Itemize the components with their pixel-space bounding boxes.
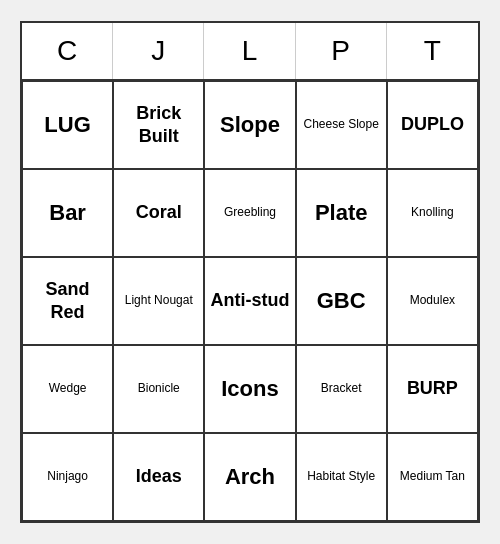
bingo-cell-text-7: Greebling	[224, 205, 276, 221]
bingo-cell-text-5: Bar	[49, 199, 86, 228]
bingo-cell-text-21: Ideas	[136, 465, 182, 488]
bingo-cell-text-14: Modulex	[410, 293, 455, 309]
bingo-card: CJLPT LUGBrick BuiltSlopeCheese SlopeDUP…	[20, 21, 480, 523]
bingo-cell-20: Ninjago	[22, 433, 113, 521]
bingo-cell-23: Habitat Style	[296, 433, 387, 521]
bingo-cell-10: Sand Red	[22, 257, 113, 345]
bingo-cell-21: Ideas	[113, 433, 204, 521]
bingo-cell-18: Bracket	[296, 345, 387, 433]
bingo-cell-13: GBC	[296, 257, 387, 345]
bingo-cell-1: Brick Built	[113, 81, 204, 169]
bingo-cell-text-10: Sand Red	[27, 278, 108, 325]
bingo-cell-3: Cheese Slope	[296, 81, 387, 169]
bingo-cell-text-11: Light Nougat	[125, 293, 193, 309]
bingo-grid: LUGBrick BuiltSlopeCheese SlopeDUPLOBarC…	[22, 81, 478, 521]
bingo-cell-text-22: Arch	[225, 463, 275, 492]
bingo-cell-2: Slope	[204, 81, 295, 169]
bingo-cell-22: Arch	[204, 433, 295, 521]
bingo-cell-15: Wedge	[22, 345, 113, 433]
bingo-cell-text-0: LUG	[44, 111, 90, 140]
bingo-cell-17: Icons	[204, 345, 295, 433]
bingo-cell-0: LUG	[22, 81, 113, 169]
bingo-cell-11: Light Nougat	[113, 257, 204, 345]
bingo-cell-text-18: Bracket	[321, 381, 362, 397]
bingo-cell-5: Bar	[22, 169, 113, 257]
bingo-cell-12: Anti-stud	[204, 257, 295, 345]
bingo-cell-text-16: Bionicle	[138, 381, 180, 397]
bingo-cell-text-4: DUPLO	[401, 113, 464, 136]
bingo-cell-16: Bionicle	[113, 345, 204, 433]
bingo-cell-6: Coral	[113, 169, 204, 257]
bingo-cell-text-8: Plate	[315, 199, 368, 228]
header-col-t: T	[387, 23, 478, 79]
bingo-cell-text-12: Anti-stud	[211, 289, 290, 312]
header-col-c: C	[22, 23, 113, 79]
bingo-cell-text-1: Brick Built	[118, 102, 199, 149]
bingo-cell-text-9: Knolling	[411, 205, 454, 221]
bingo-header: CJLPT	[22, 23, 478, 81]
bingo-cell-text-19: BURP	[407, 377, 458, 400]
bingo-cell-text-23: Habitat Style	[307, 469, 375, 485]
bingo-cell-text-6: Coral	[136, 201, 182, 224]
bingo-cell-text-20: Ninjago	[47, 469, 88, 485]
header-col-p: P	[296, 23, 387, 79]
bingo-cell-7: Greebling	[204, 169, 295, 257]
bingo-cell-text-24: Medium Tan	[400, 469, 465, 485]
bingo-cell-24: Medium Tan	[387, 433, 478, 521]
bingo-cell-8: Plate	[296, 169, 387, 257]
bingo-cell-text-3: Cheese Slope	[304, 117, 379, 133]
bingo-cell-text-2: Slope	[220, 111, 280, 140]
bingo-cell-14: Modulex	[387, 257, 478, 345]
bingo-cell-text-15: Wedge	[49, 381, 87, 397]
bingo-cell-9: Knolling	[387, 169, 478, 257]
header-col-j: J	[113, 23, 204, 79]
bingo-cell-text-17: Icons	[221, 375, 278, 404]
header-col-l: L	[204, 23, 295, 79]
bingo-cell-19: BURP	[387, 345, 478, 433]
bingo-cell-4: DUPLO	[387, 81, 478, 169]
bingo-cell-text-13: GBC	[317, 287, 366, 316]
